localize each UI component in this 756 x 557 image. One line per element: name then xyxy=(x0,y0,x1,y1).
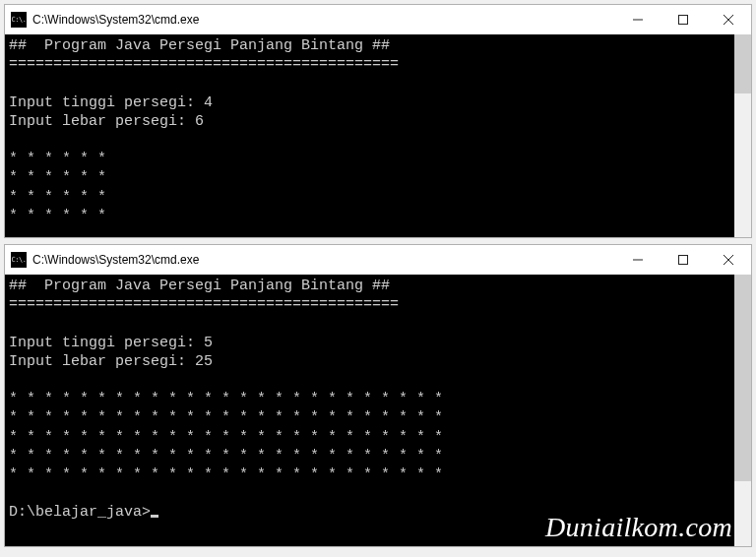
vertical-scrollbar[interactable] xyxy=(734,275,751,546)
c1-divider: ========================================… xyxy=(9,55,747,74)
c2-divider: ========================================… xyxy=(9,295,747,314)
c2-row-2: * * * * * * * * * * * * * * * * * * * * … xyxy=(9,428,747,447)
window-title: C:\Windows\System32\cmd.exe xyxy=(32,253,199,267)
maximize-button[interactable] xyxy=(661,5,706,34)
c1-header: ## Program Java Persegi Panjang Bintang … xyxy=(9,36,747,55)
cmd-icon: C:\. xyxy=(11,252,27,268)
c2-prompt-line: D:\belajar_java> xyxy=(9,503,747,522)
svg-rect-5 xyxy=(679,256,688,265)
c1-row-1: * * * * * * xyxy=(9,168,747,187)
console-output[interactable]: ## Program Java Persegi Panjang Bintang … xyxy=(5,34,751,237)
close-button[interactable] xyxy=(706,5,751,34)
c2-blank2 xyxy=(9,371,747,390)
cmd-prompt: D:\belajar_java> xyxy=(9,504,151,521)
minimize-button[interactable] xyxy=(615,5,661,34)
c1-row-3: * * * * * * xyxy=(9,207,747,225)
minimize-button[interactable] xyxy=(615,245,661,275)
c2-blank3 xyxy=(9,484,747,503)
cmd-window-1: C:\. C:\Windows\System32\cmd.exe ## Prog… xyxy=(4,4,752,238)
c1-blank2 xyxy=(9,131,747,150)
c2-row-3: * * * * * * * * * * * * * * * * * * * * … xyxy=(9,447,747,465)
c2-header: ## Program Java Persegi Panjang Bintang … xyxy=(9,277,747,295)
c1-blank1 xyxy=(9,74,747,93)
c1-row-2: * * * * * * xyxy=(9,188,747,207)
c2-input-tinggi: Input tinggi persegi: 5 xyxy=(9,334,747,352)
window-title: C:\Windows\System32\cmd.exe xyxy=(32,13,199,27)
c2-input-lebar: Input lebar persegi: 25 xyxy=(9,352,747,371)
svg-rect-1 xyxy=(679,16,688,25)
c2-row-1: * * * * * * * * * * * * * * * * * * * * … xyxy=(9,408,747,427)
c2-row-4: * * * * * * * * * * * * * * * * * * * * … xyxy=(9,465,747,484)
c1-input-tinggi: Input tinggi persegi: 4 xyxy=(9,93,747,112)
cmd-icon: C:\. xyxy=(11,12,27,28)
vertical-scrollbar[interactable] xyxy=(734,34,751,237)
maximize-button[interactable] xyxy=(661,245,706,275)
c2-row-0: * * * * * * * * * * * * * * * * * * * * … xyxy=(9,390,747,408)
c2-blank1 xyxy=(9,314,747,333)
scrollbar-thumb[interactable] xyxy=(734,34,751,93)
titlebar[interactable]: C:\. C:\Windows\System32\cmd.exe xyxy=(5,245,751,275)
close-button[interactable] xyxy=(706,245,751,275)
scrollbar-thumb[interactable] xyxy=(734,275,751,481)
c1-row-0: * * * * * * xyxy=(9,150,747,168)
c1-input-lebar: Input lebar persegi: 6 xyxy=(9,112,747,131)
titlebar[interactable]: C:\. C:\Windows\System32\cmd.exe xyxy=(5,5,751,34)
cmd-window-2: C:\. C:\Windows\System32\cmd.exe ## Prog… xyxy=(4,244,752,547)
console-output[interactable]: ## Program Java Persegi Panjang Bintang … xyxy=(5,275,751,546)
cursor-icon xyxy=(151,515,158,518)
